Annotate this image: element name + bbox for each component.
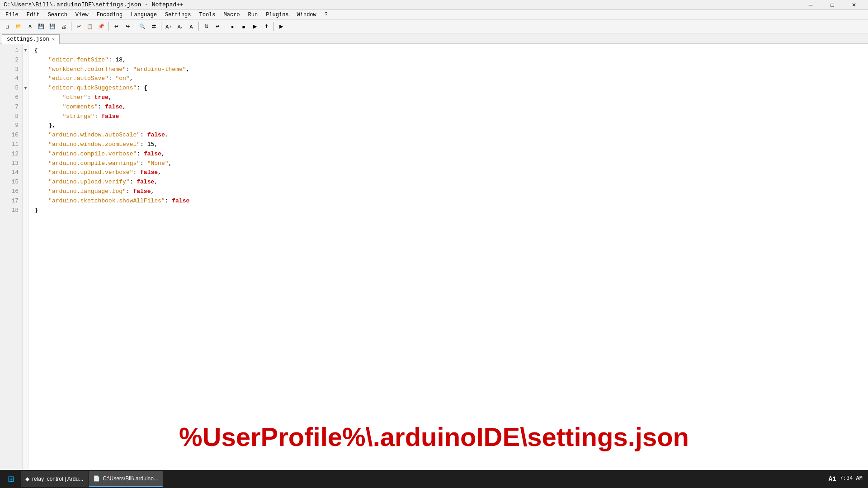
sync-button[interactable]: ⇅ (201, 21, 212, 32)
code-area[interactable]: { "editor.fontSize": 18, "workbench.colo… (29, 44, 868, 478)
code-line-6[interactable]: "other": true, (34, 93, 868, 103)
code-line-3[interactable]: "workbench.colorTheme": "arduino-theme", (34, 65, 868, 75)
line-num-7: 7 (2, 103, 19, 112)
save-all-button[interactable]: 💾 (47, 21, 58, 32)
notepad-label: C:\Users\Bill\.arduino... (103, 475, 158, 482)
separator-3 (135, 22, 135, 31)
code-line-5[interactable]: "editor.quickSuggestions": { (34, 84, 868, 93)
code-line-13[interactable]: "arduino.compile.warnings": "None", (34, 159, 868, 169)
code-line-7[interactable]: "comments": false, (34, 103, 868, 112)
tab-settings-json[interactable]: settings.json ✕ (2, 34, 60, 44)
menu-view[interactable]: View (72, 10, 92, 19)
fold-icon-5[interactable]: ▼ (23, 84, 28, 93)
code-line-16[interactable]: "arduino.language.log": false, (34, 187, 868, 197)
menu-file[interactable]: File (2, 10, 22, 19)
taskbar-arduino-button[interactable]: ◆ relay_control | Ardu... (21, 471, 88, 487)
code-line-14[interactable]: "arduino.upload.verbose": false, (34, 168, 868, 178)
fold-area: ▼▼ (23, 44, 29, 478)
tab-bar: settings.json ✕ (0, 33, 868, 44)
fold-icon-3 (23, 65, 28, 75)
line-num-6: 6 (2, 93, 19, 103)
code-line-11[interactable]: "arduino.window.zoomLevel": 15, (34, 140, 868, 150)
undo-button[interactable]: ↩ (111, 21, 122, 32)
wrap-button[interactable]: ↵ (212, 21, 223, 32)
open-button[interactable]: 📂 (13, 21, 24, 32)
taskbar-notepad-button[interactable]: 📄 C:\Users\Bill\.arduino... (89, 471, 163, 487)
menu-plugins[interactable]: Plugins (262, 10, 292, 19)
code-line-4[interactable]: "editor.autoSave": "on", (34, 74, 868, 84)
fold-icon-10 (23, 131, 28, 140)
zoom-out-button[interactable]: A- (175, 21, 185, 32)
fold-icon-12 (23, 150, 28, 159)
print-button[interactable]: 🖨 (58, 21, 69, 32)
line-num-12: 12 (2, 150, 19, 159)
fold-icon-1[interactable]: ▼ (23, 46, 28, 56)
tab-close-button[interactable]: ✕ (52, 36, 55, 42)
separator-4 (161, 22, 161, 31)
fold-icon-2 (23, 56, 28, 65)
menu-settings[interactable]: Settings (161, 10, 195, 19)
code-line-18[interactable]: } (34, 206, 868, 216)
macro-play-button[interactable]: ▶ (250, 21, 260, 32)
fold-icon-7 (23, 103, 28, 112)
new-button[interactable]: 🗋 (2, 21, 13, 32)
minimize-button[interactable]: ─ (800, 0, 821, 9)
menu-language[interactable]: Language (127, 10, 160, 19)
fold-icon-6 (23, 93, 28, 103)
launch-button[interactable]: ▶ (276, 21, 287, 32)
taskbar: ⊞ ◆ relay_control | Ardu... 📄 C:\Users\B… (0, 470, 868, 488)
menu-window[interactable]: Window (293, 10, 320, 19)
menu-search[interactable]: Search (44, 10, 71, 19)
menu-edit[interactable]: Edit (23, 10, 43, 19)
separator-6 (225, 22, 225, 31)
code-line-12[interactable]: "arduino.compile.verbose": false, (34, 150, 868, 159)
separator-1 (71, 22, 71, 31)
line-num-17: 17 (2, 197, 19, 206)
macro-record-button[interactable]: ● (227, 21, 238, 32)
paste-button[interactable]: 📌 (96, 21, 107, 32)
close-button[interactable]: ✕ (844, 0, 864, 9)
code-line-15[interactable]: "arduino.upload.verify": false, (34, 178, 868, 187)
separator-7 (274, 22, 274, 31)
code-line-10[interactable]: "arduino.window.autoScale": false, (34, 131, 868, 140)
cut-button[interactable]: ✂ (73, 21, 84, 32)
macro-stop-button[interactable]: ■ (238, 21, 249, 32)
line-num-1: 1 (2, 46, 19, 56)
taskbar-time: 7:34 AM (840, 475, 863, 483)
maximize-button[interactable]: □ (822, 0, 843, 9)
restore-zoom-button[interactable]: A (186, 21, 197, 32)
code-line-17[interactable]: "arduino.sketchbook.showAllFiles": false (34, 197, 868, 206)
line-num-5: 5 (2, 84, 19, 93)
line-num-4: 4 (2, 74, 19, 84)
menu-macro[interactable]: Macro (220, 10, 244, 19)
menu-encoding[interactable]: Encoding (93, 10, 127, 19)
save-button[interactable]: 💾 (36, 21, 47, 32)
code-line-2[interactable]: "editor.fontSize": 18, (34, 56, 868, 65)
fold-icon-8 (23, 112, 28, 122)
copy-button[interactable]: 📋 (85, 21, 95, 32)
window-controls: ─ □ ✕ (800, 0, 864, 9)
line-num-15: 15 (2, 178, 19, 187)
fold-icon-14 (23, 168, 28, 178)
title-bar: C:\Users\Bill\.arduinoIDE\settings.json … (0, 0, 868, 10)
macro-save-button[interactable]: ⬆ (261, 21, 272, 32)
line-num-9: 9 (2, 121, 19, 131)
menu-tools[interactable]: Tools (195, 10, 219, 19)
start-button[interactable]: ⊞ (2, 471, 20, 487)
editor-container: 123456789101112131415161718 ▼▼ { "editor… (0, 44, 868, 478)
replace-button[interactable]: ⇄ (148, 21, 159, 32)
line-num-3: 3 (2, 65, 19, 75)
close-file-button[interactable]: ✕ (24, 21, 35, 32)
code-line-9[interactable]: }, (34, 121, 868, 131)
redo-button[interactable]: ↪ (122, 21, 133, 32)
find-button[interactable]: 🔍 (137, 21, 148, 32)
toolbar: 🗋 📂 ✕ 💾 💾 🖨 ✂ 📋 📌 ↩ ↪ 🔍 ⇄ A+ A- A ⇅ ↵ ● … (0, 20, 868, 33)
code-line-1[interactable]: { (34, 46, 868, 56)
zoom-in-button[interactable]: A+ (163, 21, 174, 32)
line-num-13: 13 (2, 159, 19, 169)
menu-run[interactable]: Run (245, 10, 262, 19)
ai-label: Ai (829, 475, 836, 483)
code-line-8[interactable]: "strings": false (34, 112, 868, 122)
menu-?[interactable]: ? (321, 10, 331, 19)
taskbar-right: Ai 7:34 AM (829, 475, 866, 483)
